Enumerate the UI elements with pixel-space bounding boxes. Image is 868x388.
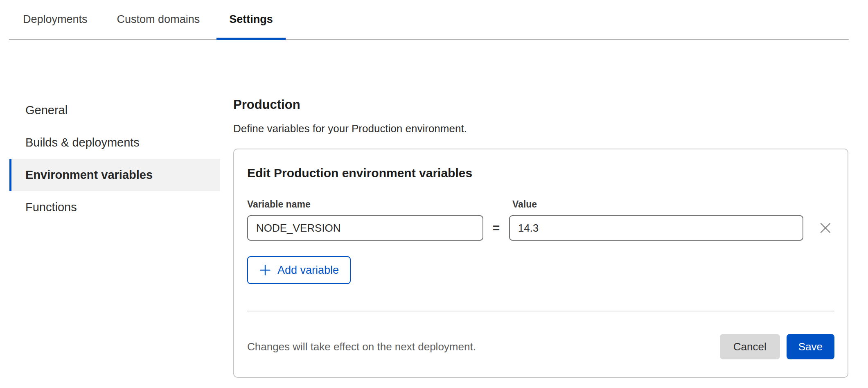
settings-page: Deployments Custom domains Settings Gene… bbox=[0, 0, 868, 388]
footer-actions: Cancel Save bbox=[720, 334, 834, 359]
tab-settings-label: Settings bbox=[229, 13, 273, 26]
add-variable-label: Add variable bbox=[277, 264, 339, 277]
card-footer: Changes will take effect on the next dep… bbox=[247, 315, 834, 377]
tab-settings[interactable]: Settings bbox=[216, 0, 286, 39]
tab-deployments[interactable]: Deployments bbox=[10, 0, 100, 39]
equals-sign: = bbox=[483, 221, 509, 235]
top-tab-bar: Deployments Custom domains Settings bbox=[9, 0, 849, 40]
page-description: Define variables for your Production env… bbox=[233, 122, 848, 135]
sidebar-item-functions[interactable]: Functions bbox=[9, 191, 220, 223]
card-title: Edit Production environment variables bbox=[247, 166, 834, 180]
variable-row: = bbox=[247, 215, 834, 241]
settings-sidebar: General Builds & deployments Environment… bbox=[9, 94, 220, 223]
sidebar-item-builds-deployments[interactable]: Builds & deployments bbox=[9, 126, 220, 159]
main-content: Production Define variables for your Pro… bbox=[233, 97, 848, 378]
card-divider bbox=[247, 311, 834, 311]
footer-note: Changes will take effect on the next dep… bbox=[247, 341, 476, 353]
field-labels-row: Variable name Value bbox=[247, 199, 834, 210]
variable-name-label: Variable name bbox=[247, 199, 512, 210]
page-title: Production bbox=[233, 97, 848, 112]
variable-value-input[interactable] bbox=[509, 215, 804, 241]
save-button[interactable]: Save bbox=[787, 334, 834, 359]
value-label: Value bbox=[512, 199, 537, 210]
plus-icon bbox=[259, 264, 271, 276]
sidebar-item-environment-variables[interactable]: Environment variables bbox=[9, 159, 220, 191]
remove-variable-button[interactable] bbox=[816, 219, 834, 237]
sidebar-item-functions-label: Functions bbox=[25, 201, 77, 214]
tab-custom-domains-label: Custom domains bbox=[117, 13, 200, 26]
environment-variables-card: Edit Production environment variables Va… bbox=[233, 149, 848, 378]
sidebar-item-builds-deployments-label: Builds & deployments bbox=[25, 136, 140, 149]
tab-custom-domains[interactable]: Custom domains bbox=[104, 0, 213, 39]
sidebar-item-general[interactable]: General bbox=[9, 94, 220, 126]
tab-deployments-label: Deployments bbox=[23, 13, 88, 26]
add-variable-button[interactable]: Add variable bbox=[247, 256, 351, 284]
sidebar-item-environment-variables-label: Environment variables bbox=[25, 168, 153, 182]
variable-name-input[interactable] bbox=[247, 215, 483, 241]
close-icon bbox=[819, 221, 832, 235]
cancel-button[interactable]: Cancel bbox=[720, 334, 780, 359]
sidebar-item-general-label: General bbox=[25, 104, 68, 117]
